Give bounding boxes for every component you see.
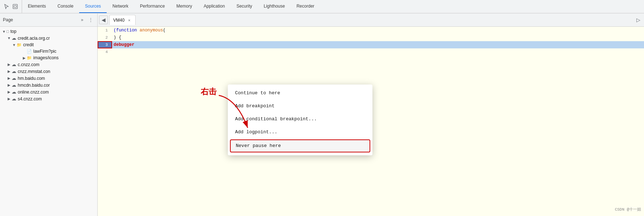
tab-lighthouse-label: Lighthouse	[264, 4, 285, 9]
code-lines: 1 (function anonymous( 2 ) { 3 debugger …	[98, 27, 644, 56]
tab-application-label: Application	[204, 4, 225, 9]
tab-security-label: Security	[236, 4, 252, 9]
tab-memory-label: Memory	[176, 4, 192, 9]
tree-arrow-hmcdn-baidu: ▶	[7, 83, 12, 87]
code-content[interactable]: 1 (function anonymous( 2 ) { 3 debugger …	[98, 27, 644, 216]
folder-icon-images: 📁	[27, 56, 32, 60]
sidebar-tree: ▼ □ top ▼ ☁ credit.acla.org.cr ▼ 📁 credi…	[0, 27, 97, 216]
file-tab-dock-icon[interactable]: ▷	[634, 16, 643, 24]
tree-item-s4-cnzz[interactable]: ▶ ☁ s4.cnzz.com	[0, 95, 97, 102]
tree-label-hm-baidu: hm.baidu.com	[18, 76, 45, 81]
line-content-1: (function anonymous(	[112, 27, 644, 34]
sidebar-more-icon[interactable]: ⋮	[87, 16, 94, 23]
context-menu-add-conditional[interactable]: Add conditional breakpoint...	[228, 113, 372, 126]
inspect-icon[interactable]	[12, 3, 19, 10]
tab-network[interactable]: Network	[107, 0, 134, 13]
watermark-text: CSDN @十一姐	[615, 207, 641, 212]
context-menu-add-logpoint-label: Add logpoint...	[235, 129, 277, 136]
line-content-3: debugger	[112, 41, 644, 48]
tree-label-lawfirm: lawFirm?pic	[33, 49, 56, 54]
tree-item-c-cnzz[interactable]: ▶ ☁ c.cnzz.com	[0, 61, 97, 68]
cloud-icon-hm-baidu: ☁	[12, 75, 16, 81]
context-menu-add-conditional-label: Add conditional breakpoint...	[235, 116, 317, 123]
tree-arrow-images-icons: ▶	[22, 56, 27, 60]
code-line-4: 4	[98, 48, 644, 56]
tab-console[interactable]: Console	[52, 0, 79, 13]
file-tab-name: VM40	[113, 18, 124, 23]
tree-item-top[interactable]: ▼ □ top	[0, 28, 97, 35]
tab-performance-label: Performance	[140, 4, 165, 9]
context-menu-add-logpoint[interactable]: Add logpoint...	[228, 126, 372, 139]
tree-item-cnzz-mmstat[interactable]: ▶ ☁ cnzz.mmstat.con	[0, 68, 97, 75]
tab-recorder[interactable]: Recorder	[291, 0, 320, 13]
svg-rect-1	[14, 5, 16, 8]
context-menu-never-pause[interactable]: Never pause here	[230, 139, 370, 152]
tab-sources-label: Sources	[85, 4, 101, 9]
line-number-4: 4	[98, 48, 112, 56]
file-tab-vm40[interactable]: VM40 ×	[109, 15, 136, 25]
tree-label-credit-acla: credit.acla.org.cr	[18, 36, 50, 41]
tree-arrow-hm-baidu: ▶	[7, 76, 12, 80]
code-area: ◀ VM40 × ▷ 1 (function anonymous( 2 )	[98, 13, 644, 216]
file-tabs-right: ▷	[136, 16, 643, 24]
tree-arrow-c-cnzz: ▶	[7, 62, 12, 66]
context-menu-add-breakpoint[interactable]: Add breakpoint	[228, 100, 372, 113]
annotation: 右击	[201, 88, 217, 97]
tree-label-s4-cnzz: s4.cnzz.com	[18, 96, 42, 101]
sidebar-page-label: Page	[3, 17, 77, 22]
code-line-2: 2 ) {	[98, 34, 644, 41]
top-tab-bar: Elements Console Sources Network Perform…	[0, 0, 644, 13]
sidebar-expand-icon[interactable]: »	[78, 16, 86, 23]
context-menu-add-breakpoint-label: Add breakpoint	[235, 103, 274, 110]
tab-elements-label: Elements	[28, 4, 46, 9]
tree-arrow-credit-folder: ▼	[12, 43, 17, 47]
code-line-3: 3 debugger	[98, 41, 644, 48]
devtools-left-icons	[0, 0, 22, 13]
context-menu-continue-label: Continue to here	[235, 90, 280, 97]
tree-label-online-cnzz: online.cnzz.com	[18, 90, 49, 95]
file-tab-back-arrow[interactable]: ◀	[99, 16, 108, 24]
tree-arrow-credit-acla: ▼	[7, 36, 12, 40]
tree-item-hm-baidu[interactable]: ▶ ☁ hm.baidu.com	[0, 75, 97, 82]
tab-recorder-label: Recorder	[297, 4, 314, 9]
tab-performance[interactable]: Performance	[134, 0, 171, 13]
tree-label-hmcdn-baidu: hmcdn.baidu.cor	[18, 83, 50, 88]
tab-lighthouse[interactable]: Lighthouse	[258, 0, 291, 13]
tree-label-cnzz-mmstat: cnzz.mmstat.con	[18, 69, 50, 74]
folder-open-icon-top: □	[7, 29, 9, 34]
tree-item-credit-folder[interactable]: ▼ 📁 credit	[0, 42, 97, 48]
tree-arrow-online-cnzz: ▶	[7, 90, 12, 94]
line-number-2: 2	[98, 34, 112, 41]
folder-open-icon-credit: 📁	[17, 43, 22, 47]
context-menu: Continue to here Add breakpoint Add cond…	[228, 85, 372, 155]
tree-item-credit-acla[interactable]: ▼ ☁ credit.acla.org.cr	[0, 35, 97, 42]
tree-label-images-icons: images/icons	[33, 55, 59, 60]
file-tab-close-button[interactable]: ×	[127, 18, 132, 23]
tab-console-label: Console	[57, 4, 73, 9]
tab-sources[interactable]: Sources	[79, 0, 107, 13]
line-number-3: 3	[98, 41, 112, 48]
cloud-icon-credit-acla: ☁	[12, 35, 16, 41]
file-tab-bar: ◀ VM40 × ▷	[98, 13, 644, 27]
tree-label-c-cnzz: c.cnzz.com	[18, 62, 39, 67]
svg-rect-0	[13, 4, 17, 9]
tree-item-images-icons[interactable]: ▶ 📁 images/icons	[0, 55, 97, 61]
tab-network-label: Network	[112, 4, 128, 9]
cloud-icon-c-cnzz: ☁	[12, 62, 16, 67]
line-content-2: ) {	[112, 34, 644, 41]
context-menu-never-pause-label: Never pause here	[236, 142, 281, 150]
tab-application[interactable]: Application	[198, 0, 231, 13]
code-line-1: 1 (function anonymous(	[98, 27, 644, 34]
tree-item-hmcdn-baidu[interactable]: ▶ ☁ hmcdn.baidu.cor	[0, 82, 97, 88]
cloud-icon-cnzz-mmstat: ☁	[12, 69, 16, 74]
tab-elements[interactable]: Elements	[22, 0, 52, 13]
cursor-icon[interactable]	[3, 3, 10, 10]
tab-security[interactable]: Security	[231, 0, 258, 13]
cloud-icon-hmcdn-baidu: ☁	[12, 82, 16, 88]
main-area: Page » ⋮ ▼ □ top ▼ ☁ credit.acla.org.cr	[0, 13, 644, 216]
tree-item-online-cnzz[interactable]: ▶ ☁ online.cnzz.com	[0, 88, 97, 95]
file-icon-lawfirm: 📄	[27, 49, 32, 54]
tree-item-lawfirm[interactable]: 📄 lawFirm?pic	[0, 48, 97, 55]
tab-memory[interactable]: Memory	[171, 0, 198, 13]
context-menu-continue[interactable]: Continue to here	[228, 87, 372, 100]
